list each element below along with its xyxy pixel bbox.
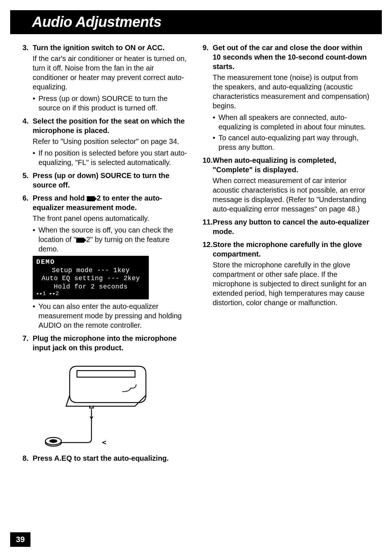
step-title: Store the microphone carefully in the gl… bbox=[213, 240, 369, 259]
step-bullet: Press (up or down) SOURCE to turn the so… bbox=[33, 94, 189, 113]
step-number: 4. bbox=[23, 116, 33, 135]
page-number-text: 39 bbox=[16, 534, 25, 545]
step-number: 3. bbox=[23, 43, 33, 52]
step-title: When auto-equalizing is completed, "Comp… bbox=[213, 156, 369, 174]
content-columns: 3. Turn the ignition switch to ON or ACC… bbox=[0, 34, 392, 467]
step-title: Press and hold 2 to enter the auto-equal… bbox=[33, 193, 189, 212]
step-body: Refer to "Using position selector" on pa… bbox=[33, 137, 189, 146]
step-3: 3. Turn the ignition switch to ON or ACC… bbox=[23, 43, 189, 113]
play-key-icon bbox=[87, 196, 95, 201]
demo-line-3: Hold for 2 seconds bbox=[36, 283, 145, 291]
demo-footer: ▸▸1 ▸▸2 bbox=[36, 291, 145, 297]
section-header: Audio Adjustments bbox=[10, 10, 382, 34]
step-number: 5. bbox=[23, 171, 33, 190]
step-number: 8. bbox=[23, 453, 33, 463]
play-key-icon bbox=[76, 238, 84, 243]
demo-line-2: Auto EQ setting --- 2key bbox=[36, 274, 145, 283]
step-4: 4. Select the position for the seat on w… bbox=[23, 116, 189, 167]
step-number: 10. bbox=[203, 156, 213, 174]
step-bullet: To cancel auto-equalizing part way throu… bbox=[213, 133, 369, 152]
step-bullet: You can also enter the auto-equalizer me… bbox=[33, 302, 189, 330]
step-bullet: When all speakers are connected, auto-eq… bbox=[213, 113, 369, 132]
step-number: 12. bbox=[203, 240, 213, 259]
step-title: Press (up or down) SOURCE to turn the so… bbox=[33, 171, 189, 190]
step-5: 5. Press (up or down) SOURCE to turn the… bbox=[23, 171, 189, 190]
step-body: The front panel opens automatically. bbox=[33, 214, 189, 223]
step-number: 11. bbox=[203, 217, 213, 236]
step-8: 8. Press A.EQ to start the auto-equalizi… bbox=[23, 453, 189, 463]
text: Press and hold bbox=[33, 194, 87, 202]
step-body: Store the microphone carefully in the gl… bbox=[213, 260, 369, 307]
left-column: 3. Turn the ignition switch to ON or ACC… bbox=[23, 43, 189, 467]
step-11: 11. Press any button to cancel the auto-… bbox=[203, 217, 369, 236]
step-number: 9. bbox=[203, 43, 213, 71]
demo-screen: DEMO Setup mode --- 1key Auto EQ setting… bbox=[33, 256, 149, 299]
page-number: 39 bbox=[10, 532, 30, 547]
step-bullet: When the source is off, you can check th… bbox=[33, 225, 189, 254]
step-12: 12. Store the microphone carefully in th… bbox=[203, 240, 369, 307]
step-6: 6. Press and hold 2 to enter the auto-eq… bbox=[23, 193, 189, 330]
step-body: When correct measurement of car interior… bbox=[213, 176, 369, 214]
demo-line-1: Setup mode --- 1key bbox=[36, 266, 145, 275]
demo-title: DEMO bbox=[36, 258, 145, 266]
step-title: Press A.EQ to start the auto-equalizing. bbox=[33, 453, 189, 463]
device-illustration bbox=[44, 355, 153, 450]
step-title: Select the position for the seat on whic… bbox=[33, 116, 189, 135]
step-title: Press any button to cancel the auto-equa… bbox=[213, 217, 369, 236]
right-column: 9. Get out of the car and close the door… bbox=[203, 43, 369, 467]
section-title: Audio Adjustments bbox=[32, 12, 371, 31]
step-title: Plug the microphone into the microphone … bbox=[33, 334, 189, 352]
step-bullet: If no position is selected before you st… bbox=[33, 148, 189, 167]
step-10: 10. When auto-equalizing is completed, "… bbox=[203, 156, 369, 214]
step-body: The measurement tone (noise) is output f… bbox=[213, 73, 369, 110]
step-9: 9. Get out of the car and close the door… bbox=[203, 43, 369, 152]
step-number: 6. bbox=[23, 193, 33, 212]
step-title: Turn the ignition switch to ON or ACC. bbox=[33, 43, 189, 52]
step-title: Get out of the car and close the door wi… bbox=[213, 43, 369, 71]
svg-point-2 bbox=[49, 439, 57, 443]
step-body: If the car's air conditioner or heater i… bbox=[33, 54, 189, 92]
step-number: 7. bbox=[23, 334, 33, 352]
step-7: 7. Plug the microphone into the micropho… bbox=[23, 334, 189, 450]
